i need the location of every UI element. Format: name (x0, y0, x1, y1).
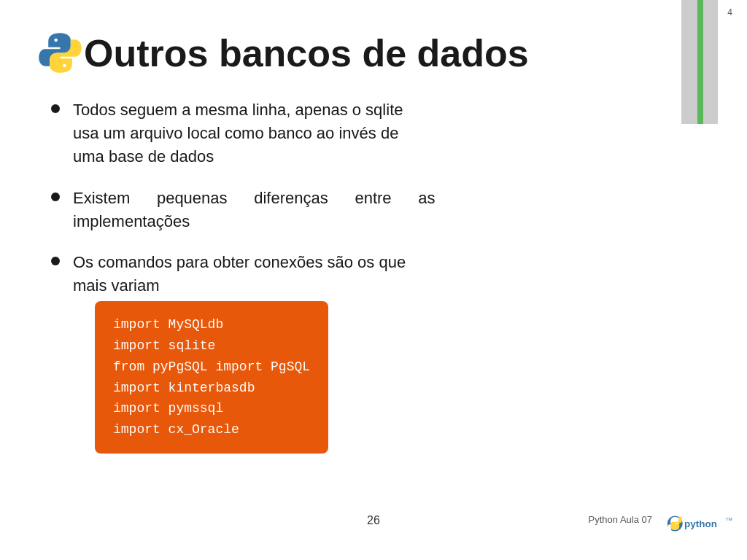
slide-number-top: 4 (727, 7, 732, 18)
bullet-item-3: Os comandos para obter conexões são os q… (51, 251, 711, 454)
green-decorative-bar (697, 0, 703, 124)
svg-text:TM: TM (726, 517, 732, 521)
svg-point-1 (63, 64, 66, 68)
bullet-text-3: Os comandos para obter conexões são os q… (73, 251, 406, 298)
bullet-item-2: Existem pequenas diferenças entre as imp… (51, 187, 711, 233)
slide-header: Outros bancos de dados (36, 29, 711, 77)
footer-label: Python Aula 07 (589, 514, 652, 525)
bullet-text-2: Existem pequenas diferenças entre as imp… (73, 187, 435, 233)
page-number: 26 (367, 514, 380, 527)
code-content: import MySQLdb import sqlite from pyPgSQ… (113, 314, 310, 440)
slide-title: Outros bancos de dados (84, 31, 529, 75)
bullet-dot-3 (51, 257, 60, 265)
bullet-text-1: Todos seguem a mesma linha, apenas o sql… (73, 98, 403, 168)
bullet-dot-1 (51, 104, 60, 113)
bullet-item-1: Todos seguem a mesma linha, apenas o sql… (51, 98, 711, 168)
svg-text:python: python (684, 518, 717, 529)
slide-content: Todos seguem a mesma linha, apenas o sql… (51, 98, 711, 454)
code-block: import MySQLdb import sqlite from pyPgSQ… (95, 301, 328, 454)
slide: 4 Outros bancos de dados Todos seguem a … (0, 0, 747, 560)
python-logo-header (36, 29, 84, 77)
svg-point-0 (54, 39, 58, 42)
bullet-content-3: Os comandos para obter conexões são os q… (73, 251, 406, 454)
bullet-dot-2 (51, 192, 60, 201)
python-logo-footer: python TM (667, 509, 732, 538)
